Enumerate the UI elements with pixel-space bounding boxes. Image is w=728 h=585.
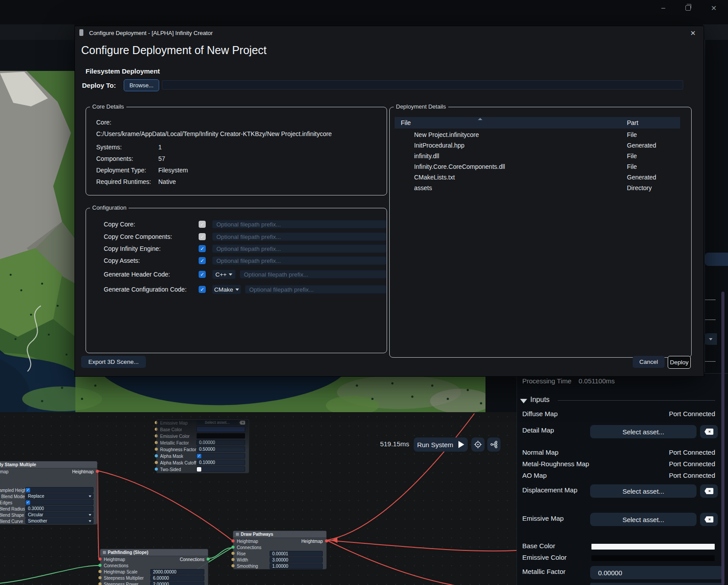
generate-header-prefix-input[interactable] — [239, 270, 387, 279]
emissive-color-swatch[interactable] — [591, 555, 715, 561]
dropdown[interactable]: Replace — [25, 493, 94, 499]
number-field[interactable]: 3.00000 — [270, 557, 323, 563]
heightmap-input-port[interactable] — [98, 558, 102, 561]
number-field[interactable]: 0.10000 — [196, 460, 245, 465]
number-field[interactable]: 2000.00000 — [150, 569, 204, 575]
input-port[interactable] — [98, 570, 102, 573]
input-port[interactable] — [155, 454, 158, 457]
select-asset-button[interactable]: Select asset... — [590, 425, 697, 438]
connections-output-port[interactable] — [207, 558, 210, 561]
table-row[interactable]: assets Directory — [395, 183, 680, 193]
base-color-swatch[interactable] — [196, 426, 245, 432]
table-header[interactable]: File Part — [395, 117, 680, 129]
export-3d-scene-button[interactable]: Export 3D Scene... — [81, 356, 146, 368]
number-field[interactable]: 0.50000 — [196, 446, 245, 452]
input-port[interactable] — [155, 468, 158, 471]
vertical-scrollbar[interactable] — [721, 292, 724, 585]
background-combobox-fragment[interactable] — [705, 333, 717, 345]
inputs-collapse-toggle[interactable] — [520, 397, 527, 405]
background-button-fragment[interactable] — [705, 253, 728, 266]
select-asset-button[interactable]: Select asset... — [196, 420, 238, 425]
graph-layout-button[interactable] — [487, 437, 501, 452]
input-port[interactable] — [155, 428, 158, 431]
minimize-button[interactable]: – — [657, 3, 669, 13]
emissive-color-swatch[interactable] — [196, 433, 245, 439]
input-port[interactable] — [231, 564, 235, 567]
input-port[interactable] — [155, 421, 158, 424]
node-icon — [236, 533, 239, 536]
input-port[interactable] — [155, 434, 158, 437]
node-graph-editor[interactable]: 519.15ms Run System — [0, 412, 517, 585]
file-column-header[interactable]: File — [395, 119, 411, 126]
clear-asset-button[interactable]: × — [700, 425, 718, 438]
input-port[interactable] — [155, 441, 158, 444]
select-asset-button[interactable]: Select asset... — [590, 513, 697, 526]
close-window-button[interactable]: ✕ — [708, 3, 720, 13]
copy-core-checkbox[interactable] — [199, 221, 206, 228]
checkbox[interactable]: ✓ — [26, 488, 30, 492]
header-language-dropdown[interactable]: C++ — [212, 269, 236, 279]
number-field[interactable]: 0.00000 — [196, 440, 245, 445]
input-port[interactable] — [98, 582, 102, 585]
cancel-button[interactable]: Cancel — [633, 356, 665, 368]
table-row[interactable]: New Project.infinitycore File — [395, 129, 680, 140]
base-color-swatch[interactable] — [591, 544, 715, 550]
run-system-button[interactable]: Run System — [414, 437, 468, 452]
node-title-bar[interactable]: Pathfinding (Slope) — [100, 549, 208, 556]
connections-input-port[interactable] — [98, 564, 102, 567]
deploy-path-input[interactable] — [162, 80, 683, 90]
browse-button[interactable]: Browse... — [124, 79, 159, 91]
configuration-type-dropdown[interactable]: CMake — [212, 285, 241, 294]
generate-configuration-prefix-input[interactable] — [245, 285, 387, 294]
select-asset-button[interactable]: Select asset... — [590, 484, 697, 498]
copy-core-prefix-input[interactable] — [212, 220, 387, 229]
restore-button[interactable] — [682, 3, 694, 13]
checkbox[interactable]: ✓ — [197, 467, 201, 472]
table-row[interactable]: CMakeLists.txt Generated — [395, 172, 680, 183]
focus-view-button[interactable] — [471, 437, 485, 452]
deploy-button[interactable]: Deploy — [668, 356, 691, 369]
node-title-bar[interactable]: Draw Pathways — [233, 531, 326, 538]
number-field[interactable]: 1.00000 — [270, 563, 323, 569]
table-row[interactable]: InitProcedural.hpp Generated — [395, 140, 680, 151]
number-field[interactable]: 0.00001 — [270, 551, 323, 557]
input-port[interactable] — [155, 448, 158, 451]
number-field[interactable]: 0.30000 — [25, 506, 94, 511]
dialog-close-button[interactable]: ✕ — [687, 28, 699, 39]
node-title-bar[interactable]: Apply Stamp Multiple — [0, 461, 97, 468]
node-apply-stamp-multiple[interactable]: Apply Stamp Multiple Heightmap Heightmap… — [0, 461, 98, 525]
connections-input-port[interactable] — [231, 546, 235, 549]
heightmap-output-port[interactable] — [325, 539, 328, 542]
copy-infinity-engine-checkbox[interactable] — [199, 245, 206, 252]
node-pathfinding-slope[interactable]: Pathfinding (Slope) Heightmap Connection… — [100, 549, 208, 585]
input-port[interactable] — [155, 461, 158, 464]
clear-asset-button[interactable]: × — [700, 484, 718, 498]
input-port[interactable] — [231, 558, 235, 561]
generate-header-checkbox[interactable] — [199, 271, 206, 278]
clear-asset-icon[interactable]: × — [239, 421, 245, 425]
copy-infinity-engine-prefix-input[interactable] — [212, 244, 387, 253]
table-row[interactable]: infinity.dll File — [395, 151, 680, 161]
checkbox[interactable]: ✓ — [197, 454, 201, 458]
generate-configuration-checkbox[interactable] — [199, 286, 206, 293]
copy-assets-checkbox[interactable] — [199, 257, 206, 264]
input-port[interactable] — [231, 552, 235, 555]
copy-core-components-checkbox[interactable] — [199, 233, 206, 240]
clear-asset-button[interactable]: × — [700, 513, 718, 526]
heightmap-output-port[interactable] — [96, 470, 99, 473]
table-row[interactable]: Infinity.Core.CoreComponents.dll File — [395, 161, 680, 172]
node-draw-pathways[interactable]: Draw Pathways Heightmap Heightmap Connec… — [233, 530, 327, 569]
heightmap-input-port[interactable] — [231, 539, 235, 542]
copy-core-components-prefix-input[interactable] — [212, 232, 387, 241]
metallic-factor-field[interactable]: 0.00000 — [590, 566, 723, 579]
copy-assets-prefix-input[interactable] — [212, 256, 387, 265]
dropdown[interactable]: Smoother — [25, 518, 94, 524]
node-material[interactable]: Emissive Map Select asset... × Base Colo… — [156, 419, 249, 473]
next-field-partial[interactable] — [590, 583, 723, 585]
number-field[interactable]: 6.00000 — [150, 575, 204, 581]
input-port[interactable] — [98, 576, 102, 579]
checkbox[interactable]: ✓ — [26, 500, 30, 505]
part-column-header[interactable]: Part — [627, 119, 638, 126]
dropdown[interactable]: Circular — [25, 512, 94, 518]
number-field[interactable]: 2.00000 — [150, 581, 204, 585]
